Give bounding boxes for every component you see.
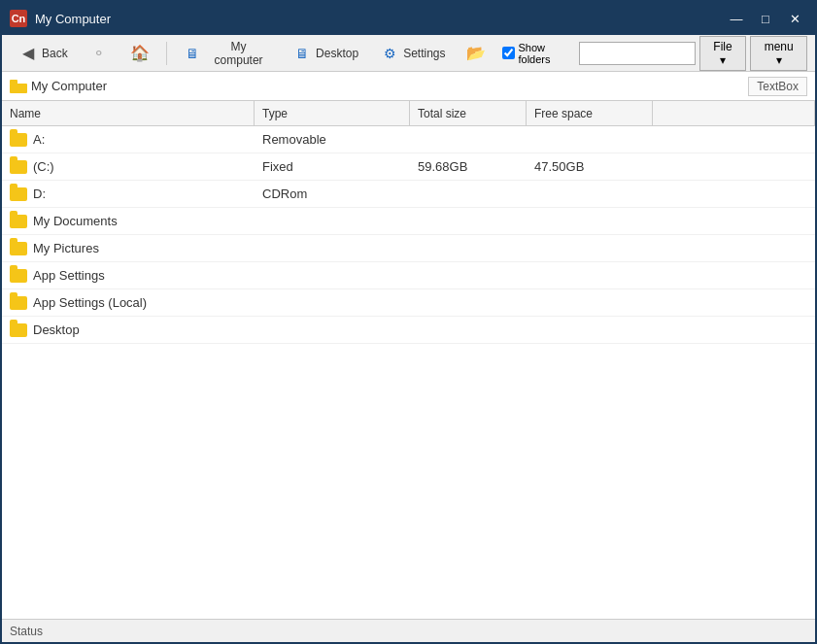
table-row[interactable]: My Documents [2, 208, 815, 235]
up-icon: 🏠 [130, 44, 150, 63]
file-name-cell: My Documents [2, 208, 255, 234]
file-total-cell [410, 208, 527, 234]
forward-button[interactable]: ⚬ [81, 40, 118, 67]
folder-icon [10, 187, 27, 201]
file-free-cell [527, 289, 653, 316]
table-row[interactable]: My Pictures [2, 235, 815, 262]
file-free-cell [527, 126, 653, 153]
settings-label: Settings [403, 47, 445, 60]
toolbar-right: Show folders File ▾ menu ▾ [502, 36, 807, 71]
file-name-cell: D: [2, 181, 255, 207]
show-folders-label: Show folders [518, 42, 574, 65]
back-label: Back [42, 47, 68, 60]
table-row[interactable]: (C:)Fixed59.68GB47.50GB [2, 153, 815, 181]
back-icon: ◀ [18, 44, 38, 63]
up-button[interactable]: 🏠 [121, 40, 158, 67]
file-total-cell [410, 235, 527, 261]
file-button[interactable]: File ▾ [699, 36, 747, 71]
forward-icon: ⚬ [89, 44, 109, 63]
file-name-cell: My Pictures [2, 235, 255, 261]
col-header-name[interactable]: Name [2, 101, 255, 125]
file-name-cell: (C:) [2, 153, 255, 180]
settings-icon: ⚙ [380, 44, 399, 63]
file-free-cell [527, 262, 653, 288]
file-name-cell: A: [2, 126, 255, 153]
table-row[interactable]: A:Removable [2, 126, 815, 153]
col-header-type[interactable]: Type [255, 101, 410, 125]
file-free-cell [527, 235, 653, 261]
folder-icon [10, 133, 27, 147]
file-type-cell: Fixed [255, 153, 410, 180]
search-input[interactable] [579, 42, 696, 65]
close-button[interactable]: ✕ [782, 9, 807, 28]
file-total-cell [410, 317, 527, 343]
folder-icon [10, 242, 27, 255]
window-controls: — □ ✕ [724, 9, 807, 28]
folder-icon [10, 296, 27, 310]
desktop-button[interactable]: 🖥 Desktop [284, 40, 367, 67]
folder-icon [10, 323, 27, 337]
title-bar: Cn My Computer — □ ✕ [2, 2, 815, 35]
desktop-label: Desktop [316, 47, 358, 60]
file-total-cell: 59.68GB [410, 153, 527, 180]
file-type-cell [255, 262, 410, 288]
folder-icon [10, 215, 27, 228]
file-total-cell [410, 181, 527, 207]
main-window: Cn My Computer — □ ✕ ◀ Back ⚬ 🏠 🖥 My com… [0, 0, 817, 644]
file-total-cell [410, 289, 527, 316]
col-header-total[interactable]: Total size [410, 101, 527, 125]
file-total-cell [410, 262, 527, 288]
file-type-cell: Removable [255, 126, 410, 153]
file-button-label: File ▾ [710, 40, 736, 67]
file-name-cell: App Settings (Local) [2, 289, 255, 316]
file-type-cell [255, 289, 410, 316]
file-free-cell [527, 317, 653, 343]
minimize-button[interactable]: — [724, 9, 749, 28]
back-button[interactable]: ◀ Back [10, 40, 77, 67]
mycomputer-label: My computer [206, 40, 271, 67]
desktop-icon: 🖥 [292, 44, 312, 63]
separator [166, 42, 167, 65]
file-list: A:Removable(C:)Fixed59.68GB47.50GBD:CDRo… [2, 126, 815, 619]
file-free-cell [527, 208, 653, 234]
folder-icon [10, 160, 27, 174]
show-folders-check: Show folders [502, 42, 574, 65]
table-row[interactable]: App Settings [2, 262, 815, 289]
file-free-cell [527, 181, 653, 207]
col-header-rest [653, 101, 815, 125]
show-folders-checkbox[interactable] [502, 47, 515, 59]
file-type-cell [255, 317, 410, 343]
file-type-cell: CDRom [255, 181, 410, 207]
open-folder-button[interactable]: 📂 [458, 40, 494, 67]
table-row[interactable]: Desktop [2, 317, 815, 344]
textbox-label: TextBox [748, 77, 807, 96]
menu-button[interactable]: menu ▾ [750, 36, 807, 71]
menu-button-label: menu ▾ [761, 40, 797, 67]
file-name-cell: App Settings [2, 262, 255, 288]
table-row[interactable]: App Settings (Local) [2, 289, 815, 317]
mycomputer-icon: 🖥 [184, 44, 202, 63]
folder-icon [10, 269, 27, 283]
address-folder-icon [10, 78, 27, 95]
mycomputer-button[interactable]: 🖥 My computer [175, 36, 280, 71]
file-type-cell [255, 235, 410, 261]
app-icon: Cn [10, 10, 27, 27]
status-bar: Status [2, 619, 815, 642]
settings-button[interactable]: ⚙ Settings [371, 40, 454, 67]
table-row[interactable]: D:CDRom [2, 181, 815, 208]
svg-rect-0 [10, 84, 27, 93]
address-path: My Computer [31, 79, 744, 93]
file-type-cell [255, 208, 410, 234]
open-folder-icon: 📂 [466, 44, 486, 63]
svg-rect-1 [10, 80, 17, 85]
status-text: Status [10, 625, 43, 638]
address-bar: My Computer TextBox [2, 72, 815, 101]
file-total-cell [410, 126, 527, 153]
toolbar: ◀ Back ⚬ 🏠 🖥 My computer 🖥 Desktop ⚙ Set… [2, 35, 815, 72]
file-free-cell: 47.50GB [527, 153, 653, 180]
column-headers: Name Type Total size Free space [2, 101, 815, 126]
col-header-free[interactable]: Free space [527, 101, 653, 125]
window-title: My Computer [35, 12, 724, 26]
maximize-button[interactable]: □ [753, 9, 778, 28]
file-name-cell: Desktop [2, 317, 255, 343]
